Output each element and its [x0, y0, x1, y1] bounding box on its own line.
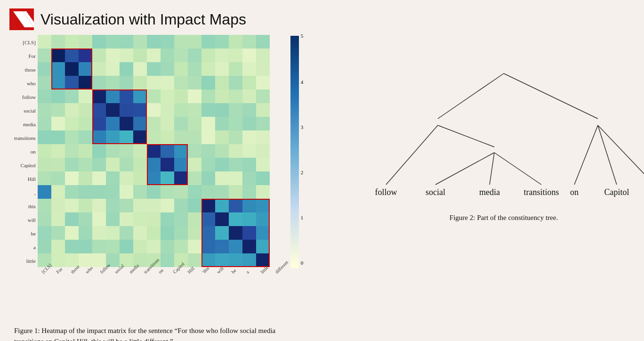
cell-7-13	[215, 130, 229, 144]
logo-icon	[9, 8, 34, 30]
cell-11-7	[133, 185, 147, 199]
cell-9-7	[133, 158, 147, 171]
cell-3-7	[133, 76, 147, 89]
cell-8-8	[147, 144, 161, 158]
cell-5-16	[256, 103, 270, 117]
cell-13-7	[133, 212, 147, 226]
page-title: Visualization with Impact Maps	[40, 11, 246, 28]
cell-10-14	[229, 171, 242, 185]
cell-2-7	[133, 62, 147, 76]
cell-11-14	[229, 185, 242, 199]
cell-6-9	[161, 117, 174, 130]
figure2-caption: Figure 2: Part of the constituency tree.	[450, 214, 558, 222]
cell-8-6	[120, 144, 133, 158]
cell-14-1	[51, 226, 65, 240]
heatmap-container: [CLS]Forthosewhofollowsocialmediatransit…	[14, 35, 315, 302]
cell-13-10	[174, 212, 188, 226]
cell-7-6	[120, 130, 133, 144]
cell-0-2	[65, 35, 79, 49]
cell-8-5	[106, 144, 120, 158]
cell-10-6	[120, 171, 133, 185]
leaf-social: social	[426, 187, 445, 197]
cell-3-13	[215, 76, 229, 89]
svg-line-9	[490, 153, 494, 185]
cell-13-12	[201, 212, 215, 226]
cell-3-5	[106, 76, 120, 89]
cell-5-2	[65, 103, 79, 117]
cell-14-9	[161, 226, 174, 240]
colorbar-bar	[290, 36, 299, 268]
cell-15-16	[256, 240, 270, 253]
cell-2-10	[174, 62, 188, 76]
cell-14-14	[229, 226, 242, 240]
cell-4-13	[215, 89, 229, 103]
ylabel-6: media	[23, 118, 36, 131]
cell-13-15	[242, 212, 256, 226]
cell-14-15	[242, 226, 256, 240]
colorbar-label-3: 3	[301, 124, 304, 130]
constituency-tree-svg: follow social media transitions on Capit…	[344, 54, 644, 209]
colorbar-label-5: 5	[301, 33, 304, 39]
cell-11-15	[242, 185, 256, 199]
cell-5-7	[133, 103, 147, 117]
cell-4-4	[92, 89, 106, 103]
cell-7-10	[174, 130, 188, 144]
cell-6-3	[79, 117, 92, 130]
cell-0-11	[188, 35, 201, 49]
cell-6-7	[133, 117, 147, 130]
cell-2-15	[242, 62, 256, 76]
ylabel-15: a	[33, 241, 36, 254]
cell-8-11	[188, 144, 201, 158]
cell-6-11	[188, 117, 201, 130]
cell-5-1	[51, 103, 65, 117]
cell-2-11	[188, 62, 201, 76]
cell-15-15	[242, 240, 256, 253]
ylabel-2: those	[25, 63, 36, 77]
cell-6-1	[51, 117, 65, 130]
ylabel-5: social	[24, 104, 36, 118]
cell-10-8	[147, 171, 161, 185]
cell-12-14	[229, 199, 242, 212]
cell-7-9	[161, 130, 174, 144]
cell-11-13	[215, 185, 229, 199]
cell-2-0	[38, 62, 51, 76]
ylabel-8: on	[31, 145, 36, 159]
cell-11-6	[120, 185, 133, 199]
svg-line-12	[598, 125, 617, 185]
cell-10-13	[215, 171, 229, 185]
cell-2-2	[65, 62, 79, 76]
cell-9-9	[161, 158, 174, 171]
cell-15-9	[161, 240, 174, 253]
cell-4-6	[120, 89, 133, 103]
cell-12-11	[188, 199, 201, 212]
cell-6-4	[92, 117, 106, 130]
leaf-capitol: Capitol	[604, 187, 629, 197]
cell-14-16	[256, 226, 270, 240]
cell-14-2	[65, 226, 79, 240]
svg-line-5	[504, 73, 598, 119]
ylabel-14: be	[31, 227, 35, 241]
cell-3-16	[256, 76, 270, 89]
cell-4-1	[51, 89, 65, 103]
cell-1-3	[79, 49, 92, 62]
cell-13-6	[120, 212, 133, 226]
cell-14-3	[79, 226, 92, 240]
cell-7-0	[38, 130, 51, 144]
cell-4-5	[106, 89, 120, 103]
cell-2-1	[51, 62, 65, 76]
cell-13-8	[147, 212, 161, 226]
cell-6-13	[215, 117, 229, 130]
cell-14-5	[106, 226, 120, 240]
tree-section: follow social media transitions on Capit…	[344, 35, 644, 341]
cell-7-12	[201, 130, 215, 144]
cell-9-11	[188, 158, 201, 171]
cell-2-8	[147, 62, 161, 76]
cell-13-1	[51, 212, 65, 226]
cell-7-4	[92, 130, 106, 144]
cell-8-4	[92, 144, 106, 158]
cell-15-13	[215, 240, 229, 253]
cell-6-2	[65, 117, 79, 130]
svg-line-8	[435, 153, 494, 185]
cell-0-9	[161, 35, 174, 49]
figure1-caption: Figure 1: Heatmap of the impact matrix f…	[14, 325, 287, 341]
